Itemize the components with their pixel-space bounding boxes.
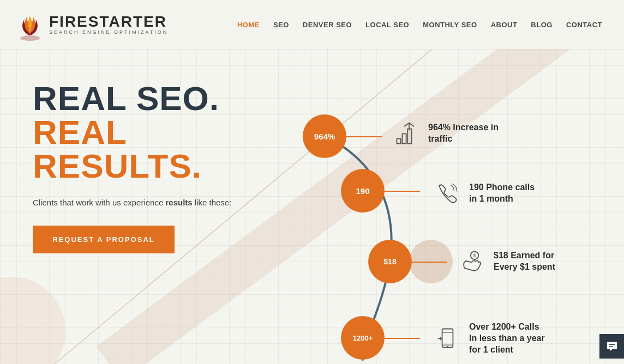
stat-text-3: $18 Earned for Every $1 spent	[494, 250, 555, 273]
stat-info-3: $ $18 Earned for Every $1 spent	[458, 248, 555, 275]
flame-icon	[16, 8, 44, 41]
stat-text-2: 190 Phone calls in 1 month	[469, 182, 535, 205]
svg-text:$: $	[473, 253, 476, 258]
hero-right: 964% 964% Increase in traffic	[262, 49, 624, 364]
hero-subtitle: Clients that work with us experience res…	[33, 197, 240, 209]
stat-circle-2: 190	[341, 169, 385, 213]
nav-item-home[interactable]: HOME	[237, 21, 260, 29]
deco-circle	[0, 277, 65, 364]
nav-item-denver-seo[interactable]: DENVER SEO	[303, 21, 352, 29]
stat-line-2	[385, 191, 420, 192]
svg-rect-4	[402, 134, 406, 143]
phone-icon	[434, 180, 461, 207]
logo-title: FIRESTARTER	[49, 14, 168, 29]
svg-rect-5	[407, 129, 411, 143]
stat-line-4	[385, 338, 420, 339]
stat-info-1: 964% Increase in traffic	[393, 120, 499, 147]
stat-info-4: Over 1200+ Calls In less than a year for…	[434, 321, 545, 355]
logo-text: FIRESTARTER SEARCH ENGINE OPTIMIZATION	[49, 14, 168, 35]
nav-item-blog[interactable]: BLOG	[531, 21, 553, 29]
nav: HOME SEO DENVER SEO LOCAL SEO MONTHLY SE…	[237, 21, 602, 29]
stat-text-1: 964% Increase in traffic	[428, 122, 499, 145]
chat-bubble-button[interactable]	[599, 334, 624, 359]
hero-left: REAL SEO. REAL RESULTS. Clients that wor…	[0, 49, 262, 364]
logo: FIRESTARTER SEARCH ENGINE OPTIMIZATION	[16, 8, 168, 41]
svg-rect-3	[397, 138, 400, 143]
header: FIRESTARTER SEARCH ENGINE OPTIMIZATION H…	[0, 0, 624, 49]
stat-circle-3: $18	[368, 240, 412, 283]
mobile-phone-icon	[434, 325, 461, 352]
money-hand-icon: $	[458, 248, 485, 275]
stat-info-2: 190 Phone calls in 1 month	[434, 180, 535, 207]
nav-item-contact[interactable]: CONTACT	[566, 21, 602, 29]
nav-item-seo[interactable]: SEO	[273, 21, 289, 29]
hero-title-line2: REAL RESULTS.	[33, 116, 240, 183]
stat-circle-4: 1200+	[341, 316, 385, 360]
stat-line-1	[346, 136, 382, 137]
nav-item-about[interactable]: ABOUT	[491, 21, 518, 29]
stat-text-4: Over 1200+ Calls In less than a year for…	[469, 321, 545, 355]
nav-item-monthly-seo[interactable]: MONTHLY SEO	[423, 21, 477, 29]
hero-title-line1: REAL SEO.	[33, 82, 240, 116]
svg-point-2	[20, 35, 40, 41]
cta-button[interactable]: REQUEST A PROPOSAL	[33, 226, 175, 253]
svg-point-12	[446, 346, 448, 348]
chart-increase-icon	[393, 120, 420, 147]
main-content: REAL SEO. REAL RESULTS. Clients that wor…	[0, 49, 624, 364]
stat-circle-1: 964%	[303, 114, 346, 158]
logo-subtitle: SEARCH ENGINE OPTIMIZATION	[49, 29, 168, 35]
stat-line-3	[412, 262, 447, 263]
nav-item-local-seo[interactable]: LOCAL SEO	[365, 21, 409, 29]
